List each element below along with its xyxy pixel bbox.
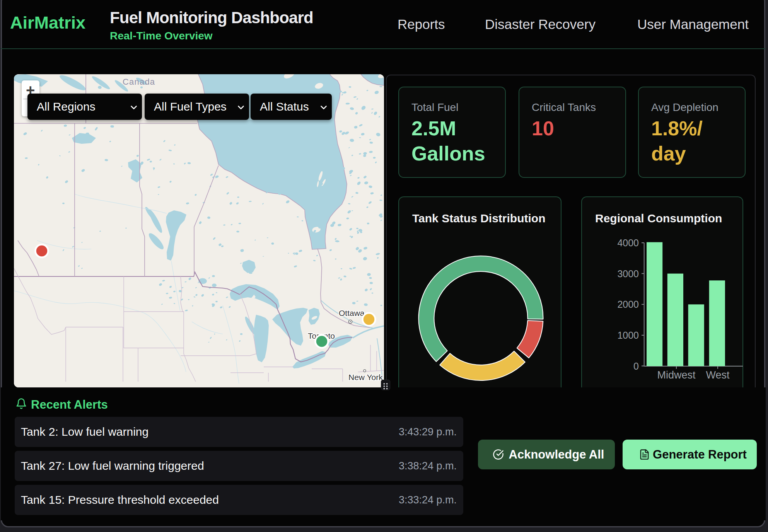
svg-text:4000: 4000 <box>617 237 639 248</box>
svg-text:2000: 2000 <box>617 299 639 310</box>
svg-text:0: 0 <box>633 361 639 372</box>
svg-text:New York: New York <box>348 373 383 382</box>
svg-text:1000: 1000 <box>617 330 639 341</box>
svg-text:Ottawa: Ottawa <box>339 309 365 317</box>
svg-text:Canada: Canada <box>123 77 155 87</box>
svg-text:West: West <box>706 369 730 381</box>
svg-text:3000: 3000 <box>617 268 639 279</box>
svg-text:Midwest: Midwest <box>657 369 696 381</box>
